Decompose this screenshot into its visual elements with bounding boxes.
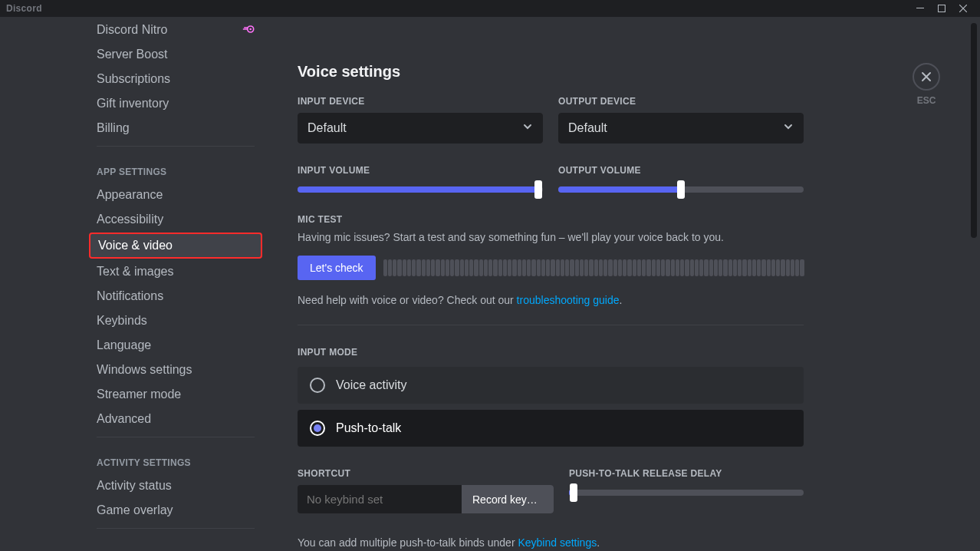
- sidebar-divider: [97, 528, 255, 529]
- mic-test-label: MIC TEST: [298, 214, 804, 225]
- output-device-value: Default: [568, 121, 607, 135]
- ptt-delay-slider[interactable]: [569, 490, 804, 496]
- sidebar-header-app: APP SETTINGS: [89, 153, 262, 182]
- sidebar-item-label: Game overlay: [97, 503, 173, 517]
- sidebar-item-voice-video[interactable]: Voice & video: [89, 233, 262, 259]
- sidebar-item-label: Streamer mode: [97, 388, 181, 401]
- sidebar-header-activity: ACTIVITY SETTINGS: [89, 444, 262, 473]
- svg-rect-0: [916, 8, 924, 8]
- ptt-delay-label: PUSH-TO-TALK RELEASE DELAY: [569, 468, 804, 479]
- sidebar-item-windows-settings[interactable]: Windows settings: [89, 358, 262, 381]
- output-volume-label: OUTPUT VOLUME: [558, 165, 804, 176]
- chevron-down-icon: [783, 121, 794, 135]
- sidebar-item-subscriptions[interactable]: Subscriptions: [89, 68, 262, 91]
- sidebar-item-notifications[interactable]: Notifications: [89, 285, 262, 308]
- sidebar-item-text-images[interactable]: Text & images: [89, 260, 262, 283]
- sidebar-item-appearance[interactable]: Appearance: [89, 183, 262, 206]
- sidebar-item-label: Advanced: [97, 412, 151, 426]
- mic-meter: [383, 259, 804, 276]
- sidebar-item-advanced[interactable]: Advanced: [89, 407, 262, 431]
- radio-icon: [310, 421, 325, 436]
- troubleshooting-link[interactable]: troubleshooting guide: [517, 294, 620, 306]
- svg-rect-1: [939, 5, 945, 12]
- slider-thumb[interactable]: [677, 180, 685, 199]
- sidebar-item-label: Windows settings: [97, 363, 192, 377]
- input-mode-push-to-talk[interactable]: Push-to-talk: [298, 410, 804, 447]
- mic-test-button[interactable]: Let's check: [298, 256, 376, 280]
- input-mode-label: INPUT MODE: [298, 347, 804, 358]
- titlebar-brand: Discord: [6, 3, 42, 14]
- radio-icon: [310, 378, 325, 393]
- keybind-settings-link[interactable]: Keybind settings: [518, 536, 597, 549]
- sidebar-item-label: Activity status: [97, 479, 172, 493]
- sidebar-divider: [97, 437, 255, 437]
- sidebar-item-label: Notifications: [97, 289, 163, 303]
- sidebar-item-server-boost[interactable]: Server Boost: [89, 43, 262, 66]
- sidebar-item-activity-status[interactable]: Activity status: [89, 474, 262, 497]
- sidebar-item-game-overlay[interactable]: Game overlay: [89, 499, 262, 522]
- sidebar-item-discord-nitro[interactable]: Discord Nitro: [89, 18, 262, 41]
- record-keybind-button[interactable]: Record keybi...: [462, 485, 554, 513]
- close-settings-button[interactable]: [913, 63, 940, 91]
- shortcut-label: SHORTCUT: [298, 468, 554, 479]
- divider: [298, 325, 804, 325]
- svg-point-3: [249, 28, 252, 31]
- output-volume-slider[interactable]: [558, 186, 804, 193]
- sidebar-item-label: Billing: [97, 121, 130, 135]
- settings-content: ESC Voice settings INPUT DEVICE Default …: [267, 17, 980, 551]
- sidebar-item-label: Accessibility: [97, 213, 163, 226]
- shortcut-input[interactable]: [298, 485, 462, 513]
- minimize-button[interactable]: [909, 0, 931, 17]
- input-mode-voice-activity[interactable]: Voice activity: [298, 367, 804, 404]
- sidebar-divider: [97, 146, 255, 147]
- keybind-note: You can add multiple push-to-talk binds …: [298, 536, 804, 549]
- settings-sidebar: Discord NitroServer BoostSubscriptionsGi…: [89, 17, 267, 551]
- chevron-down-icon: [522, 121, 533, 135]
- sidebar-item-label: Keybinds: [97, 314, 147, 328]
- input-volume-slider[interactable]: [298, 186, 543, 193]
- input-device-label: INPUT DEVICE: [298, 96, 543, 107]
- sidebar-item-accessibility[interactable]: Accessibility: [89, 208, 262, 231]
- sidebar-item-label: Text & images: [97, 265, 173, 279]
- sidebar-item-label: Subscriptions: [97, 72, 170, 86]
- sidebar-item-language[interactable]: Language: [89, 334, 262, 357]
- maximize-button[interactable]: [931, 0, 952, 17]
- mic-test-desc: Having mic issues? Start a test and say …: [298, 231, 804, 243]
- close-label: ESC: [913, 95, 940, 106]
- close-window-button[interactable]: [952, 0, 974, 17]
- sidebar-item-billing[interactable]: Billing: [89, 117, 262, 140]
- scrollbar[interactable]: [971, 23, 977, 238]
- sidebar-item-label: Server Boost: [97, 48, 167, 61]
- nitro-icon: [242, 23, 255, 37]
- input-device-select[interactable]: Default: [298, 113, 543, 144]
- titlebar: Discord: [0, 0, 980, 17]
- slider-thumb[interactable]: [534, 180, 542, 199]
- slider-thumb[interactable]: [570, 483, 577, 502]
- sidebar-item-label: Gift inventory: [97, 97, 169, 111]
- sidebar-item-label: Language: [97, 338, 151, 352]
- radio-label: Voice activity: [336, 378, 406, 392]
- sidebar-item-streamer-mode[interactable]: Streamer mode: [89, 383, 262, 406]
- radio-label: Push-to-talk: [336, 421, 401, 435]
- help-text: Need help with voice or video? Check out…: [298, 294, 804, 306]
- input-device-value: Default: [307, 121, 347, 135]
- sidebar-item-gift-inventory[interactable]: Gift inventory: [89, 92, 262, 115]
- input-volume-label: INPUT VOLUME: [298, 165, 543, 176]
- output-device-label: OUTPUT DEVICE: [558, 96, 804, 107]
- page-title: Voice settings: [298, 63, 804, 81]
- output-device-select[interactable]: Default: [558, 113, 804, 144]
- sidebar-item-label: Voice & video: [98, 239, 173, 252]
- sidebar-item-keybinds[interactable]: Keybinds: [89, 309, 262, 332]
- sidebar-item-label: Appearance: [97, 188, 163, 202]
- sidebar-item-label: Discord Nitro: [97, 23, 167, 37]
